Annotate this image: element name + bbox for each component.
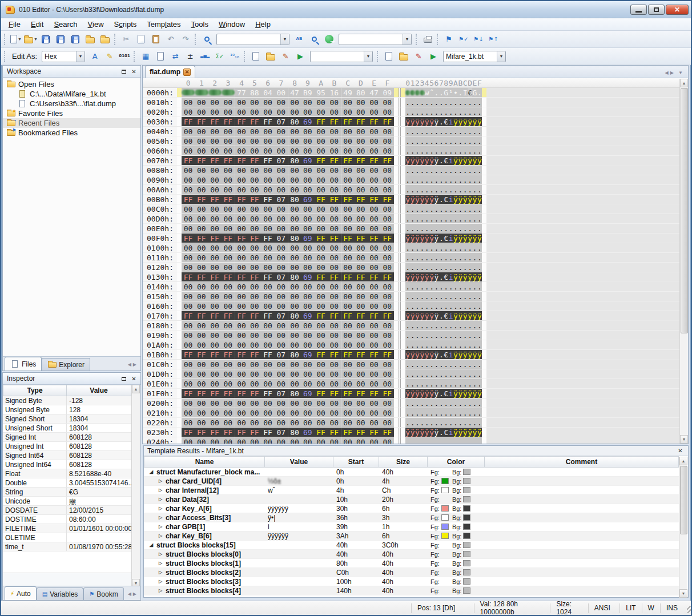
ascii-char[interactable]: . (468, 263, 472, 272)
ascii-char[interactable]: ÿ (458, 156, 462, 165)
ascii-char[interactable]: . (448, 379, 453, 388)
collapsed-arrow-icon[interactable]: ▷ (158, 579, 163, 584)
histogram-button[interactable]: ▃▅▂ (198, 50, 212, 63)
ascii-char[interactable]: ÿ (425, 272, 429, 281)
hex-byte[interactable]: FF (195, 311, 208, 320)
ascii-char[interactable]: . (410, 185, 415, 194)
ascii-char[interactable]: . (420, 331, 424, 340)
ascii-char[interactable]: . (439, 379, 444, 388)
ascii-char[interactable]: . (463, 214, 468, 223)
ascii-char[interactable] (420, 88, 424, 97)
ascii-char[interactable]: . (415, 166, 420, 175)
ascii-char[interactable]: . (472, 263, 477, 272)
ascii-char[interactable]: € (444, 350, 448, 359)
ascii-char[interactable]: ÿ (415, 272, 420, 281)
hex-byte[interactable]: 00 (182, 175, 195, 184)
hex-byte[interactable]: FF (381, 350, 394, 359)
ascii-char[interactable]: . (425, 379, 429, 388)
ascii-char[interactable]: ÿ (434, 117, 438, 126)
hex-byte[interactable]: FF (261, 311, 275, 320)
ascii-char[interactable]: . (453, 185, 458, 194)
hex-byte[interactable]: 04 (261, 88, 275, 97)
ascii-char[interactable]: ÿ (472, 117, 477, 126)
hex-byte[interactable]: FF (381, 233, 394, 243)
ascii-char[interactable]: . (472, 292, 477, 301)
ascii-char[interactable]: . (468, 331, 472, 340)
hex-byte[interactable]: 00 (248, 107, 261, 116)
hex-byte[interactable]: 00 (261, 107, 275, 116)
hex-byte[interactable]: 00 (301, 127, 314, 136)
close-file-button[interactable] (83, 33, 98, 46)
hex-byte[interactable]: 00 (182, 146, 195, 155)
ascii-char[interactable]: ÿ (429, 428, 434, 437)
template-row[interactable]: ▷struct Blocks blocks[2]C0h40hFg:Bg: (144, 568, 679, 577)
hex-byte[interactable]: 00 (195, 204, 208, 214)
ascii-char[interactable]: . (444, 369, 448, 379)
hex-byte[interactable]: 00 (248, 127, 261, 136)
menu-edit[interactable]: Edit (26, 19, 49, 30)
ascii-char[interactable]: ÿ (472, 428, 477, 437)
ascii-char[interactable]: ÿ (434, 272, 438, 281)
hex-byte[interactable]: FF (315, 233, 328, 243)
ascii-char[interactable]: . (448, 185, 453, 194)
ascii-char[interactable]: . (415, 408, 420, 417)
ascii-char[interactable]: € (444, 272, 448, 281)
inspector-row[interactable]: time_t01/08/1970 00:55:28 (3, 542, 131, 551)
hex-byte[interactable]: 00 (261, 185, 275, 194)
hex-byte[interactable]: FF (315, 195, 328, 204)
ascii-char[interactable]: . (463, 185, 468, 194)
ascii-char[interactable]: . (468, 340, 472, 349)
chevron-down-icon[interactable]: ▼ (403, 34, 411, 45)
ascii-char[interactable]: . (410, 127, 415, 136)
ascii-char[interactable]: . (472, 379, 477, 388)
hex-byte[interactable]: FF (208, 156, 222, 165)
ascii-char[interactable]: . (439, 136, 444, 146)
ascii-char[interactable]: i (448, 350, 453, 359)
ascii-char[interactable]: . (458, 418, 462, 427)
hex-byte[interactable]: 00 (275, 185, 288, 194)
hex-byte[interactable]: 00 (328, 263, 341, 272)
hex-byte[interactable]: 00 (288, 224, 301, 233)
copy-button[interactable] (134, 33, 148, 46)
ascii-char[interactable]: . (410, 166, 415, 175)
hex-byte[interactable]: 00 (182, 98, 195, 107)
template-row[interactable]: ▷struct Blocks blocks[4]140h40hFg:Bg: (144, 586, 679, 595)
hex-byte[interactable]: 00 (248, 321, 261, 330)
hex-byte[interactable]: 00 (275, 107, 288, 116)
hex-byte[interactable]: FF (248, 117, 261, 126)
ascii-char[interactable]: . (420, 107, 424, 116)
hex-byte[interactable]: FF (222, 389, 235, 398)
ascii-char[interactable]: . (444, 107, 448, 116)
hex-byte[interactable]: 00 (275, 369, 288, 379)
hex-byte[interactable]: 00 (261, 263, 275, 272)
hex-byte[interactable]: 00 (248, 166, 261, 175)
ascii-char[interactable]: . (434, 204, 438, 214)
ascii-char[interactable]: . (468, 214, 472, 223)
ascii-char[interactable]: . (468, 408, 472, 417)
hex-byte[interactable]: 00 (354, 408, 367, 417)
hex-byte[interactable]: 00 (301, 408, 314, 417)
hex-byte[interactable]: FF (381, 311, 394, 320)
ascii-char[interactable]: ÿ (420, 156, 424, 165)
ascii-char[interactable]: . (439, 98, 444, 107)
ascii-char[interactable]: . (429, 331, 434, 340)
ascii-char[interactable]: . (477, 398, 482, 408)
hex-byte[interactable]: 00 (315, 282, 328, 291)
ascii-char[interactable]: ÿ (468, 311, 472, 320)
ascii-char[interactable]: . (405, 214, 410, 223)
ascii-char[interactable]: ÿ (420, 272, 424, 281)
template-row[interactable]: ▷char Card_UID[4]½õ±0h4hFg:Bg: (144, 477, 679, 486)
hex-byte[interactable]: 00 (248, 301, 261, 311)
inspector-row[interactable]: Unsigned Int64608128 (3, 460, 131, 469)
hex-byte[interactable]: 00 (208, 408, 222, 417)
ascii-char[interactable]: . (472, 185, 477, 194)
ascii-char[interactable]: . (448, 292, 453, 301)
ascii-char[interactable]: . (444, 136, 448, 146)
hex-byte[interactable]: FF (195, 195, 208, 204)
hex-byte[interactable]: FF (195, 117, 208, 126)
hex-byte[interactable]: 00 (182, 379, 195, 388)
ascii-char[interactable]: . (420, 379, 424, 388)
hex-byte[interactable]: 00 (368, 127, 381, 136)
hex-byte[interactable]: 00 (288, 263, 301, 272)
ascii-char[interactable]: . (420, 418, 424, 427)
